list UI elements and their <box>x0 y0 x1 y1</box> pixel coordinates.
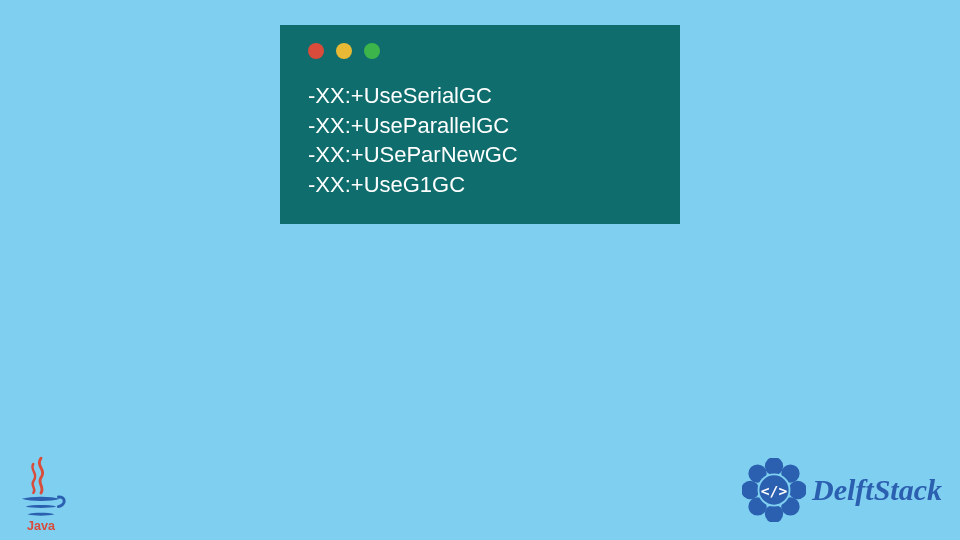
code-block: -XX:+UseSerialGC -XX:+UseParallelGC -XX:… <box>302 81 658 200</box>
java-logo-text: Java <box>27 519 56 532</box>
code-window: -XX:+UseSerialGC -XX:+UseParallelGC -XX:… <box>280 25 680 224</box>
svg-point-4 <box>765 505 783 522</box>
delftstack-label: DelftStack <box>812 473 942 507</box>
window-controls <box>308 43 658 59</box>
svg-point-0 <box>765 458 783 475</box>
maximize-icon <box>364 43 380 59</box>
svg-point-2 <box>789 481 806 499</box>
code-line: -XX:+USeParNewGC <box>308 140 658 170</box>
delftstack-logo: </> DelftStack <box>742 458 942 522</box>
delftstack-emblem-icon: </> <box>742 458 806 522</box>
code-line: -XX:+UseSerialGC <box>308 81 658 111</box>
minimize-icon <box>336 43 352 59</box>
code-line: -XX:+UseParallelGC <box>308 111 658 141</box>
svg-text:</>: </> <box>761 481 788 498</box>
code-line: -XX:+UseG1GC <box>308 170 658 200</box>
svg-point-6 <box>742 481 759 499</box>
close-icon <box>308 43 324 59</box>
java-logo-icon: Java <box>12 454 70 532</box>
